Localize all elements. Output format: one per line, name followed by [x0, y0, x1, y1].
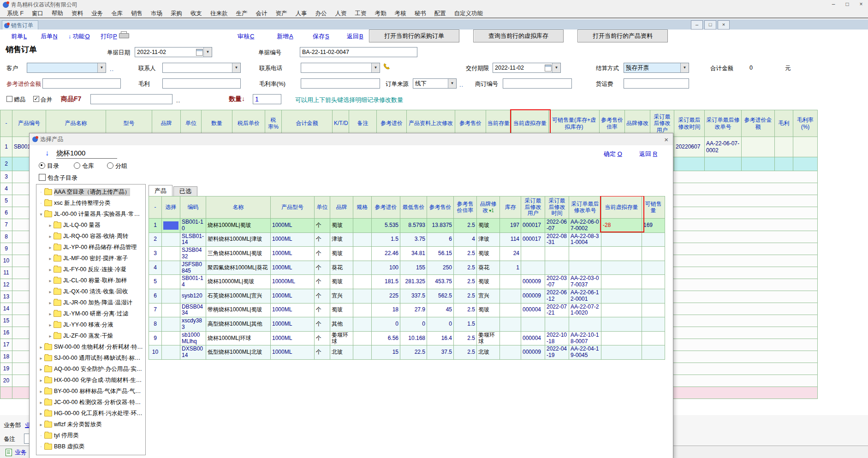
- main-cell[interactable]: AA-22-06-07-0002: [705, 137, 742, 157]
- select-cell[interactable]: [162, 247, 180, 261]
- dialog-cell[interactable]: 个: [315, 261, 330, 275]
- dialog-cell[interactable]: 宜兴: [330, 289, 353, 303]
- dialog-cell[interactable]: 2022-03-07: [545, 275, 569, 289]
- expander-icon[interactable]: ▸: [38, 378, 44, 383]
- filter-radio-1[interactable]: 目录: [39, 162, 59, 170]
- dialog-cell[interactable]: 562.5: [427, 289, 454, 303]
- dialog-cell[interactable]: 蜀玻: [330, 303, 353, 317]
- dialog-cell[interactable]: 1: [500, 261, 521, 275]
- main-row-number[interactable]: 4: [0, 183, 12, 195]
- main-column-header[interactable]: 毛利率(%): [793, 110, 818, 137]
- dialog-cell[interactable]: 1000ML: [271, 247, 315, 261]
- dialog-cell[interactable]: 个: [315, 247, 330, 261]
- main-row-number[interactable]: 10: [0, 255, 12, 267]
- bottom-tab-business[interactable]: 业务: [15, 448, 27, 457]
- dialog-cell[interactable]: 2.5: [454, 303, 477, 317]
- dialog-cell[interactable]: sysb120: [180, 289, 206, 303]
- menu-item[interactable]: 窗口: [28, 10, 48, 18]
- dialog-cell[interactable]: 石英烧杯1000ML|宜兴: [206, 289, 271, 303]
- dialog-cell[interactable]: 个: [315, 317, 330, 332]
- dialog-cell[interactable]: AA-22-10-18-0007: [569, 331, 601, 345]
- dialog-cell[interactable]: 1.5: [454, 317, 477, 332]
- tree-item[interactable]: ·BBB 虚拟类: [36, 441, 145, 452]
- main-column-header[interactable]: 采订单最后修改单号: [705, 110, 742, 137]
- dialog-cell[interactable]: 5.535: [372, 219, 400, 233]
- dialog-cell[interactable]: [601, 331, 642, 345]
- dialog-cell[interactable]: 津玻: [477, 232, 500, 247]
- dialog-cell[interactable]: [521, 317, 545, 332]
- expander-icon[interactable]: ▸: [38, 345, 44, 350]
- dialog-cell[interactable]: 6: [427, 232, 454, 247]
- dialog-column-header[interactable]: 名称: [206, 196, 271, 219]
- dialog-column-header[interactable]: 品牌修改▾1: [477, 196, 500, 219]
- dialog-cell[interactable]: [601, 275, 642, 289]
- tree-item[interactable]: ·xsc 新上传待整理分类: [36, 197, 145, 208]
- row-action-button[interactable]: 打开当前行的产品资料: [577, 30, 668, 42]
- expander-icon[interactable]: ▸: [48, 333, 53, 339]
- main-cell[interactable]: [793, 157, 818, 171]
- dialog-cell[interactable]: 烧杯1000ML|环球: [206, 331, 271, 345]
- dialog-column-header[interactable]: 采订最后修改用户: [521, 196, 545, 219]
- dialog-cell[interactable]: [500, 317, 521, 332]
- menu-item[interactable]: 工资: [351, 10, 371, 18]
- dialog-cell[interactable]: [601, 261, 642, 275]
- dialog-cell[interactable]: 塑料烧杯1000ML|津玻: [206, 232, 271, 247]
- main-row-number[interactable]: 9: [0, 243, 12, 255]
- main-row-number[interactable]: 15: [0, 315, 12, 327]
- dialog-cell[interactable]: 1000ML: [271, 303, 315, 317]
- dialog-column-header[interactable]: -: [149, 196, 162, 219]
- tree-item[interactable]: ▸HG-00-00 化工原料·污水处理·环保产品: [36, 408, 145, 419]
- expander-icon[interactable]: ▸: [48, 245, 53, 250]
- dialog-cell[interactable]: 2022-06-12: [545, 289, 569, 303]
- dialog-row-number[interactable]: 5: [149, 275, 162, 289]
- tree-item[interactable]: ▸SJ-00-00 通用试剂·稀缺试剂·标样标品: [36, 352, 145, 363]
- main-column-header[interactable]: 参考进价金额: [742, 110, 775, 137]
- main-row-number[interactable]: 7: [0, 219, 12, 231]
- dialog-cell[interactable]: AA-22-07-21-0020: [569, 303, 601, 317]
- select-cell[interactable]: [162, 331, 180, 345]
- dialog-cell[interactable]: 1000ML: [271, 345, 315, 360]
- dialog-cell[interactable]: [353, 232, 372, 247]
- dialog-cell[interactable]: [353, 345, 372, 360]
- dialog-cell[interactable]: [353, 331, 372, 345]
- dialog-cell[interactable]: 蜀玻: [477, 247, 500, 261]
- main-row-number[interactable]: 6: [0, 207, 12, 219]
- dialog-cell[interactable]: [601, 289, 642, 303]
- toolbar-link-C[interactable]: 审核C: [238, 32, 254, 41]
- return-button[interactable]: 返回 R: [639, 150, 657, 158]
- menu-item[interactable]: 系统 F: [3, 10, 28, 18]
- dialog-cell[interactable]: SB001-14: [180, 275, 206, 289]
- source-more-button[interactable]: ..: [459, 81, 464, 88]
- dialog-cell[interactable]: 169: [642, 219, 665, 233]
- dialog-cell[interactable]: [545, 261, 569, 275]
- main-row-number[interactable]: 14: [0, 303, 12, 315]
- dialog-search-input[interactable]: 烧杯1000: [56, 148, 117, 159]
- tree-item[interactable]: ▸JL-LQ-00 量器: [36, 220, 145, 231]
- menu-item[interactable]: 仓库: [107, 10, 127, 18]
- tree-item[interactable]: ▸JL-MF-00 密封·搅拌·塞子: [36, 253, 145, 264]
- dialog-cell[interactable]: [353, 303, 372, 317]
- tree-item[interactable]: ▸JL-YM-00 研磨·分离·过滤: [36, 308, 145, 319]
- dialog-cell[interactable]: 个: [315, 289, 330, 303]
- dialog-cell[interactable]: 1000ML: [271, 289, 315, 303]
- tree-item[interactable]: ▸AQ-00-00 安全防护·办公用品·实验设备: [36, 363, 145, 375]
- main-row-number[interactable]: 8: [0, 231, 12, 243]
- dialog-cell[interactable]: SB001-10: [180, 219, 206, 233]
- dialog-cell[interactable]: [500, 289, 521, 303]
- dialog-cell[interactable]: 2022-07-21: [545, 303, 569, 317]
- dialog-cell[interactable]: 个: [315, 232, 330, 247]
- expander-icon[interactable]: ▸: [48, 256, 53, 261]
- chevron-down-icon[interactable]: ▼: [97, 63, 106, 72]
- gift-checkbox[interactable]: [6, 96, 12, 102]
- dialog-cell[interactable]: 1000ML: [271, 232, 315, 247]
- main-column-header[interactable]: -: [0, 110, 12, 137]
- dialog-tab-1[interactable]: 产品: [149, 185, 172, 196]
- dialog-cell[interactable]: 2.5: [454, 247, 477, 261]
- dialog-cell[interactable]: [601, 317, 642, 332]
- select-cell[interactable]: [162, 317, 180, 332]
- dialog-cell[interactable]: 1000ML: [271, 261, 315, 275]
- dialog-column-header[interactable]: 最低售价: [400, 196, 427, 219]
- expander-icon[interactable]: ▸: [48, 322, 53, 327]
- expander-icon[interactable]: ▸: [38, 367, 44, 372]
- dialog-cell[interactable]: 2.5: [454, 289, 477, 303]
